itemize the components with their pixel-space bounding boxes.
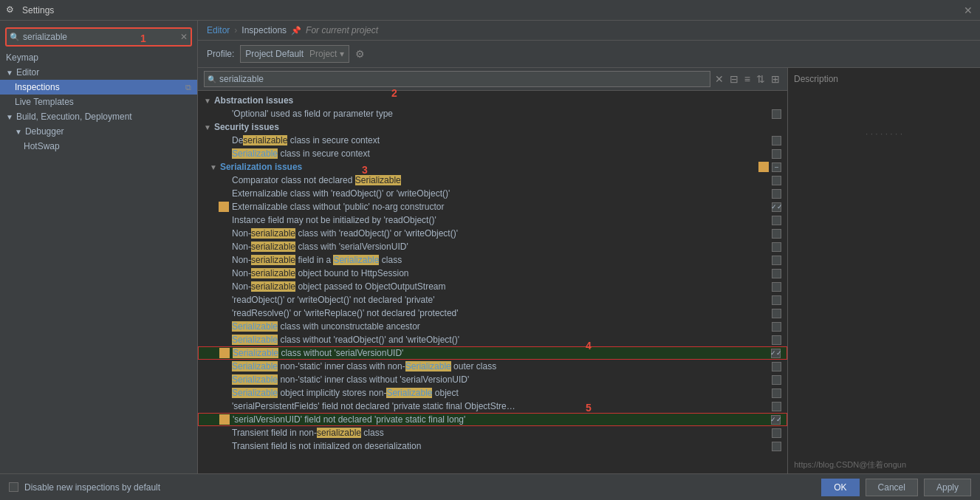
insp-item-text: Non-serializable class with 'serialVersi… [232,242,770,252]
insp-checkbox[interactable] [772,256,781,265]
category-serialization[interactable]: ▼ Serialization issues – [198,160,787,174]
insp-checkbox[interactable] [772,428,781,438]
insp-checkbox[interactable]: ✓ [772,202,781,212]
sidebar-section-build[interactable]: ▼ Build, Execution, Deployment [0,109,197,124]
insp-checkbox[interactable] [772,149,781,159]
close-button[interactable]: ✕ [964,4,973,16]
sidebar-debugger-label: Debugger [25,126,64,137]
insp-comparator-serializable[interactable]: Comparator class not declared Serializab… [198,174,787,187]
insp-transient-non-serializable[interactable]: Transient field in non-serializable clas… [198,426,787,439]
insp-readresolve-protected[interactable]: 'readResolve()' or 'writeReplace()' not … [198,306,787,320]
insp-non-serializable-field[interactable]: Non-serializable field in a Serializable… [198,253,787,267]
sidebar-item-keymap[interactable]: Keymap [0,50,197,65]
insp-item-text: Serializable class with unconstructable … [232,321,770,332]
insp-serialversionuid-private[interactable]: 'serialVersionUID' field not declared 'p… [198,413,787,426]
insp-non-serializable-readwrite[interactable]: Non-serializable class with 'readObject(… [198,227,787,240]
insp-serializable-unconstructable[interactable]: Serializable class with unconstructable … [198,320,787,333]
sidebar-search-clear-icon[interactable]: ✕ [180,32,188,42]
insp-checkbox[interactable]: ✓ [771,349,781,358]
sidebar-search-input[interactable] [23,32,180,42]
insp-deserializable-secure1[interactable]: Deserializable class in secure context [198,134,787,147]
insp-non-serializable-httpsession[interactable]: Non-serializable object bound to HttpSes… [198,267,787,280]
settings-icon: ⚙ [6,4,18,16]
insp-checkbox[interactable] [772,282,781,292]
insp-item-text: 'readResolve()' or 'writeReplace()' not … [232,308,770,318]
insp-search-clear-icon[interactable]: ✕ [713,72,725,86]
insp-externalizable-noarg[interactable]: Externalizable class without 'public' no… [198,200,787,213]
profile-type: Project [309,49,337,59]
insp-item-text: Deserializable class in secure context [232,135,770,145]
insp-serialpersistentfields[interactable]: 'serialPersistentFields' field not decla… [198,400,787,413]
severity-box [219,281,229,292]
insp-serializable-no-readwrite[interactable]: Serializable class without 'readObject()… [198,333,787,346]
insp-search-icon: 🔍 [208,75,216,83]
profile-settings-icon[interactable]: ⚙ [355,48,365,60]
insp-externalizable-readwrite[interactable]: Externalizable class with 'readObject()'… [198,187,787,200]
search-icon: 🔍 [10,32,20,42]
titlebar: ⚙ Settings ✕ [0,0,980,21]
insp-serializable-inner-non-static[interactable]: Serializable non-'static' inner class wi… [198,360,787,373]
insp-non-serializable-outputstream[interactable]: Non-serializable object passed to Object… [198,280,787,293]
insp-checkbox[interactable] [772,322,781,332]
cat-arrow-icon: ▼ [210,163,217,171]
insp-non-serializable-svuid[interactable]: Non-serializable class with 'serialVersi… [198,240,787,253]
apply-button[interactable]: Apply [924,479,971,496]
insp-checkbox[interactable] [772,176,781,185]
disable-label: Disable new inspections by default [24,482,160,493]
insp-readobject-private[interactable]: 'readObject()' or 'writeObject()' not de… [198,293,787,306]
sidebar-item-live-templates[interactable]: Live Templates [0,95,197,109]
insp-serializable-implicit-non[interactable]: Serializable object implicitly stores no… [198,386,787,400]
insp-checkbox[interactable] [772,109,781,119]
insp-instance-readobject[interactable]: Instance field may not be initialized by… [198,213,787,227]
insp-sort-icon[interactable]: ≡ [743,72,752,86]
insp-checkbox[interactable] [772,309,781,318]
inspections-search-row: 🔍 ✕ ⊟ ≡ ⇅ ⊞ [198,68,787,91]
insp-checkbox[interactable] [772,229,781,239]
insp-view-icon[interactable]: ⊞ [770,72,781,86]
breadcrumb-editor[interactable]: Editor [207,25,230,35]
cancel-button[interactable]: Cancel [866,479,918,496]
profile-dropdown[interactable]: Project Default Project ▾ [240,45,349,63]
insp-transient-not-initialized[interactable]: Transient field is not initialized on de… [198,439,787,453]
insp-checkbox[interactable] [772,402,781,411]
category-security[interactable]: ▼ Security issues [198,120,787,134]
sidebar-item-label: Inspections [15,82,60,92]
insp-serializable-no-svuid[interactable]: Serializable class without 'serialVersio… [198,346,787,360]
insp-serializable-secure2[interactable]: Serializable class in secure context [198,147,787,160]
insp-sort2-icon[interactable]: ⇅ [755,72,767,86]
insp-checkbox[interactable] [772,189,781,199]
sidebar-item-label: Live Templates [15,97,74,107]
insp-checkbox[interactable] [772,388,781,398]
insp-checkbox[interactable]: – [772,162,781,172]
insp-checkbox[interactable] [772,269,781,278]
inspections-search-input[interactable] [219,74,707,84]
insp-checkbox[interactable]: ✓ [771,415,781,425]
sidebar-item-hotswap[interactable]: HotSwap [0,139,197,154]
insp-checkbox[interactable] [772,295,781,305]
sidebar-section-editor[interactable]: ▼ Editor [0,65,197,80]
insp-checkbox[interactable] [772,442,781,451]
pin-icon: 📌 [291,26,301,35]
sidebar-item-inspections[interactable]: Inspections ⧉ [0,80,197,95]
insp-optional-field[interactable]: 'Optional' used as field or parameter ty… [198,107,787,120]
main-layout: 🔍 ✕ Keymap ▼ Editor Inspections ⧉ Live T… [0,21,980,473]
severity-box [219,295,229,305]
insp-serializable-inner-no-svuid[interactable]: Serializable non-'static' inner class wi… [198,373,787,386]
description-panel: Description · · · · · · · · [788,68,980,473]
severity-box [219,215,229,225]
category-abstraction[interactable]: ▼ Abstraction issues [198,94,787,107]
severity-box [219,188,229,199]
insp-checkbox[interactable] [772,136,781,145]
sidebar-section-debugger[interactable]: ▼ Debugger [0,124,197,139]
insp-checkbox[interactable] [772,362,781,371]
inspections-tree: ▼ Abstraction issues 'Optional' used as … [198,91,787,456]
content-header: Editor › Inspections 📌 For current proje… [198,21,980,41]
insp-checkbox[interactable] [772,242,781,252]
insp-checkbox[interactable] [772,216,781,225]
severity-box [219,135,229,145]
disable-checkbox[interactable] [9,482,18,492]
ok-button[interactable]: OK [821,479,859,496]
insp-checkbox[interactable] [772,335,781,345]
insp-filter-icon[interactable]: ⊟ [728,72,740,86]
insp-checkbox[interactable] [772,375,781,385]
